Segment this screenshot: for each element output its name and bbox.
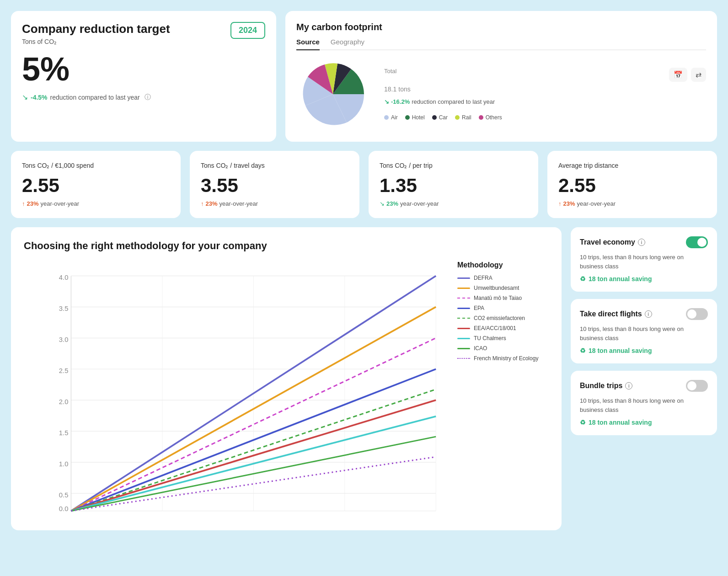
reduction-percent: 5% [22,53,265,85]
method-line-epa [457,308,470,309]
method-line-co2 [457,318,470,319]
metric-value-0: 2.55 [22,175,170,197]
metric-arrow-2: ↘ [380,200,385,207]
total-row: Total 18.1tons ↘ -16.2% reduction compar… [384,68,706,105]
savings-desc-0: 10 trips, less than 8 hours long were on… [580,253,708,271]
legend-dot-air [384,115,389,120]
method-line-icao [457,348,470,349]
dashboard: Company reduction target Tons of CO₂ 202… [11,11,717,530]
footprint-content: Total 18.1tons ↘ -16.2% reduction compar… [296,58,706,131]
footprint-reduction-text: reduction compared to last year [412,98,495,105]
savings-title-0: Travel economy i [580,238,645,246]
savings-info-icon-1[interactable]: i [645,310,652,318]
reduction-header: Company reduction target Tons of CO₂ 202… [22,22,265,45]
method-label-co2: CO2 emissiefactoren [474,315,525,321]
method-umwelt: Umweltbundesamt [457,285,549,291]
savings-card-0: Travel economy i 10 trips, less than 8 h… [571,227,717,292]
bottom-row: Choosing the right methodology for your … [11,227,717,530]
total-block: Total 18.1tons ↘ -16.2% reduction compar… [384,68,495,105]
metric-value-1: 3.55 [201,175,348,197]
metric-value-2: 1.35 [380,175,527,197]
metric-arrow-3: ↑ [558,200,562,207]
methodology-legend: Methodology DEFRA Umweltbundesamt Manatū… [457,261,549,517]
legend-dot-car [432,115,437,120]
savings-info-icon-0[interactable]: i [638,239,645,246]
legend-air: Air [384,114,398,121]
chart-svg: CO₂/CO₂e per passanger (tonnes) 4.0 3.5 … [24,261,443,517]
header-actions: 📅 ⇄ [669,68,706,82]
metric-pct-3: 23% [563,200,575,207]
info-icon[interactable]: ⓘ [145,93,151,101]
tab-geography[interactable]: Geography [331,38,364,50]
legend-hotel: Hotel [405,114,425,121]
metric-change-2: ↘ 23% year-over-year [380,200,527,207]
reduction-arrow-icon: ↘ [22,93,28,101]
methodology-legend-title: Methodology [457,261,549,269]
footprint-reduction-percent: -16.2% [391,98,410,105]
metric-change-0: ↑ 23% year-over-year [22,200,170,207]
metric-label-0: Tons CO₂ / €1,000 spend [22,162,170,169]
metric-pct-1: 23% [206,200,218,207]
svg-text:3.5: 3.5 [59,305,69,312]
savings-card-1: Take direct flights i 10 trips, less tha… [571,299,717,363]
filter-button[interactable]: ⇄ [691,68,706,82]
method-defra: DEFRA [457,275,549,281]
savings-title-1: Take direct flights i [580,310,652,318]
metric-card-1: Tons CO₂ / travel days 3.55 ↑ 23% year-o… [190,151,359,218]
legend-label-others: Others [486,114,502,121]
metric-change-text-2: year-over-year [400,200,439,207]
savings-toggle-0[interactable] [686,236,708,248]
method-label-defra: DEFRA [474,275,492,281]
footprint-reduction: ↘ -16.2% reduction compared to last year [384,98,495,105]
calendar-button[interactable]: 📅 [669,68,687,82]
footprint-card: My carbon footprint Source Geography [285,11,717,142]
footprint-info: Total 18.1tons ↘ -16.2% reduction compar… [384,68,706,121]
legend-rail: Rail [455,114,471,121]
savings-toggle-1[interactable] [686,308,708,320]
reduction-note-percent: -4.5% [31,94,48,101]
metric-label-3: Average trip distance [558,162,706,169]
savings-toggle-2[interactable] [686,380,708,392]
savings-header-0: Travel economy i [580,236,708,248]
total-label: Total [384,68,495,75]
metric-pct-0: 23% [27,200,39,207]
method-line-manatu [457,298,470,299]
legend-dot-rail [455,115,460,120]
savings-amount-0: ♻ 18 ton annual saving [580,275,708,283]
reduction-subtitle: Tons of CO₂ [22,38,170,45]
savings-desc-2: 10 trips, less than 8 hours long were on… [580,396,708,414]
metric-change-text-1: year-over-year [219,200,258,207]
footprint-tabs: Source Geography [296,38,706,50]
toggle-knob-2 [687,381,696,390]
tab-source[interactable]: Source [296,38,320,50]
legend-dot-others [479,115,483,120]
reduction-note: ↘ -4.5% reduction compared to last year … [22,93,265,101]
metrics-row: Tons CO₂ / €1,000 spend 2.55 ↑ 23% year-… [11,151,717,218]
method-label-manatu: Manatū mō te Taiao [474,295,522,301]
svg-text:0.5: 0.5 [59,491,69,499]
method-tu: TU Chalmers [457,335,549,341]
svg-text:1.5: 1.5 [59,429,69,437]
metric-change-3: ↑ 23% year-over-year [558,200,706,207]
metric-label-2: Tons CO₂ / per trip [380,162,527,169]
savings-panel: Travel economy i 10 trips, less than 8 h… [571,227,717,530]
metric-label-1: Tons CO₂ / travel days [201,162,348,169]
method-line-umwelt [457,288,470,289]
leaf-icon-1: ♻ [580,347,586,354]
method-icao: ICAO [457,345,549,352]
method-label-icao: ICAO [474,345,487,352]
metric-card-0: Tons CO₂ / €1,000 spend 2.55 ↑ 23% year-… [11,151,181,218]
method-label-epa: EPA [474,305,484,311]
legend-dot-hotel [405,115,410,120]
savings-desc-1: 10 trips, less than 8 hours long were on… [580,325,708,342]
legend-label-hotel: Hotel [412,114,425,121]
method-label-eea: EEA/ACC/18/001 [474,325,516,331]
method-line-french [457,358,470,359]
savings-card-2: Bundle trips i 10 trips, less than 8 hou… [571,371,717,435]
savings-info-icon-2[interactable]: i [625,382,632,389]
method-epa: EPA [457,305,549,311]
metric-pct-2: 23% [386,200,398,207]
metric-value-3: 2.55 [558,175,706,197]
method-label-umwelt: Umweltbundesamt [474,285,519,291]
chart-area: CO₂/CO₂e per passanger (tonnes) 4.0 3.5 … [24,261,549,517]
